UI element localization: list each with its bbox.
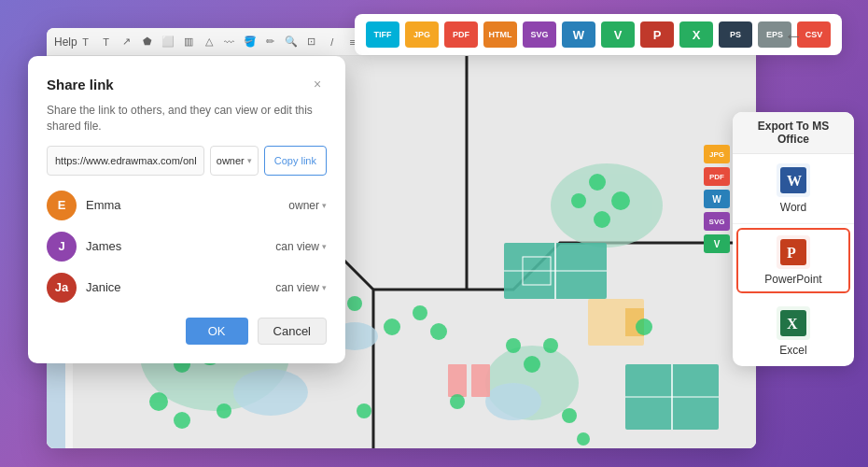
svg-point-40: [149, 392, 168, 411]
powerpoint-label: PowerPoint: [764, 273, 821, 286]
svg-rect-18: [448, 364, 467, 397]
svg-rect-19: [471, 364, 490, 397]
format-pdf[interactable]: PDF: [444, 21, 478, 48]
chevron-down-icon: ▾: [322, 201, 327, 210]
export-panel-header: Export To MS Office: [733, 112, 854, 154]
dialog-actions: OK Cancel: [47, 318, 327, 345]
icon-text2[interactable]: T: [98, 34, 115, 50]
format-visio[interactable]: V: [601, 21, 635, 48]
icon-line[interactable]: /: [324, 34, 341, 50]
format-tiff[interactable]: TIFF: [366, 21, 399, 48]
svg-point-30: [384, 318, 400, 335]
link-input[interactable]: [47, 146, 204, 176]
permission-dropdown[interactable]: owner ▾: [210, 146, 259, 176]
powerpoint-icon: P: [777, 235, 810, 269]
svg-text:P: P: [787, 245, 796, 261]
side-icon-word[interactable]: W: [704, 190, 730, 208]
ok-button[interactable]: OK: [186, 318, 248, 345]
export-side-icons: JPG PDF W SVG V: [704, 145, 730, 253]
svg-point-37: [611, 191, 630, 210]
svg-point-29: [347, 296, 362, 311]
permission-value: owner: [217, 155, 245, 166]
svg-text:W: W: [787, 173, 802, 189]
icon-text[interactable]: T: [77, 34, 94, 50]
svg-point-31: [413, 305, 427, 320]
user-permission-janice[interactable]: can view ▾: [275, 281, 327, 294]
help-label: Help: [54, 35, 77, 49]
svg-point-4: [233, 369, 308, 416]
icon-crop[interactable]: ⊡: [303, 34, 320, 50]
excel-label: Excel: [779, 344, 806, 357]
icon-shape1[interactable]: ⬟: [139, 34, 156, 50]
format-ps[interactable]: PS: [719, 21, 752, 48]
svg-point-43: [450, 394, 465, 409]
format-ppt[interactable]: P: [640, 21, 674, 48]
icon-wave[interactable]: 〰: [221, 34, 238, 50]
svg-point-3: [551, 163, 663, 248]
svg-point-39: [571, 193, 586, 208]
svg-point-33: [506, 338, 521, 353]
format-excel[interactable]: X: [679, 21, 713, 48]
export-format-toolbar[interactable]: TIFF JPG PDF HTML SVG W V P X PS EPS CSV: [355, 14, 842, 55]
svg-point-42: [217, 403, 231, 418]
svg-point-35: [543, 338, 558, 353]
svg-point-45: [562, 408, 577, 423]
word-label: Word: [780, 201, 806, 214]
export-ms-office-panel: Export To MS Office W Word P PowerPoint …: [733, 112, 854, 366]
side-icon-svg[interactable]: SVG: [704, 212, 730, 231]
user-row-janice: Ja Janice can view ▾: [47, 273, 327, 303]
icon-shape2[interactable]: ⬜: [160, 34, 176, 50]
avatar-james: J: [47, 232, 77, 262]
chevron-down-icon: ▾: [322, 242, 327, 251]
dialog-subtitle: Share the link to others, and they can v…: [47, 103, 327, 134]
format-html[interactable]: HTML: [483, 21, 517, 48]
svg-point-34: [524, 356, 540, 373]
chevron-down-icon: ▾: [247, 156, 252, 165]
svg-point-38: [594, 211, 610, 228]
svg-text:X: X: [787, 316, 798, 332]
dialog-close-button[interactable]: ×: [308, 75, 327, 93]
chevron-down-icon: ▾: [322, 283, 327, 292]
side-icon-jpg[interactable]: JPG: [704, 145, 730, 163]
cancel-button[interactable]: Cancel: [258, 318, 327, 345]
dialog-title: Share link: [47, 77, 114, 92]
avatar-emma: E: [47, 191, 77, 220]
format-word[interactable]: W: [562, 21, 595, 48]
icon-pen[interactable]: ✏: [262, 34, 279, 50]
user-row-james: J James can view ▾: [47, 232, 327, 262]
icon-fill[interactable]: 🪣: [242, 34, 259, 50]
user-permission-james[interactable]: can view ▾: [275, 240, 327, 253]
dialog-header: Share link ×: [47, 75, 327, 93]
arrow-indicator: ←: [784, 25, 803, 47]
user-name-james: James: [86, 239, 275, 253]
svg-point-32: [430, 323, 447, 340]
export-item-word[interactable]: W Word: [733, 154, 854, 224]
icon-triangle[interactable]: △: [201, 34, 217, 50]
icon-shape3[interactable]: ▥: [180, 34, 197, 50]
user-name-emma: Emma: [86, 198, 288, 212]
share-link-dialog: Share link × Share the link to others, a…: [28, 56, 345, 363]
avatar-janice: Ja: [47, 273, 77, 303]
side-icon-visio[interactable]: V: [704, 234, 730, 253]
svg-point-36: [589, 174, 606, 191]
word-icon: W: [777, 163, 810, 197]
format-jpg[interactable]: JPG: [405, 21, 439, 48]
svg-point-47: [357, 403, 371, 418]
excel-icon: X: [777, 306, 810, 340]
export-item-excel[interactable]: X Excel: [733, 297, 854, 366]
user-name-janice: Janice: [86, 280, 275, 294]
export-item-powerpoint[interactable]: P PowerPoint: [736, 228, 850, 293]
icon-arrow[interactable]: ↗: [119, 34, 135, 50]
user-permission-emma[interactable]: owner ▾: [288, 199, 327, 212]
svg-point-44: [636, 318, 652, 335]
svg-point-46: [577, 432, 590, 446]
link-row: owner ▾ Copy link: [47, 146, 327, 176]
format-svg[interactable]: SVG: [523, 21, 556, 48]
svg-point-5: [485, 383, 541, 420]
icon-zoom[interactable]: 🔍: [283, 34, 300, 50]
svg-point-41: [174, 412, 190, 429]
user-row-emma: E Emma owner ▾: [47, 191, 327, 220]
copy-link-button[interactable]: Copy link: [264, 146, 327, 176]
side-icon-pdf[interactable]: PDF: [704, 167, 730, 186]
